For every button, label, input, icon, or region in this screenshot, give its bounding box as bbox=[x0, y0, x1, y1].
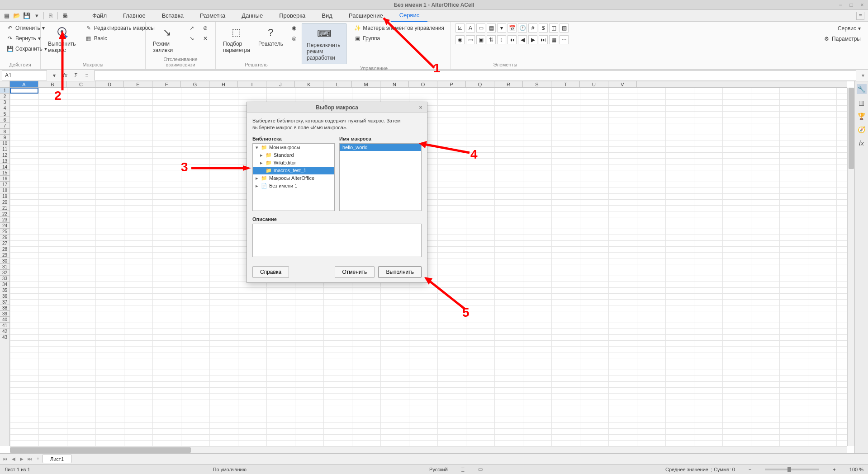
row-header[interactable]: 22 bbox=[0, 211, 9, 217]
col-header[interactable]: M bbox=[352, 81, 380, 87]
col-header[interactable]: P bbox=[437, 81, 466, 87]
label-control-icon[interactable]: ▭ bbox=[476, 23, 485, 33]
controls-wizard-button[interactable]: ✨Мастера элементов управления bbox=[352, 23, 446, 33]
vertical-scrollbar[interactable] bbox=[847, 88, 854, 446]
time-control-icon[interactable]: 🕐 bbox=[518, 23, 527, 33]
scrollbar-control-icon[interactable]: ⫿ bbox=[497, 35, 506, 44]
row-header[interactable]: 2 bbox=[0, 94, 9, 99]
macro-list-item[interactable]: hello_world bbox=[340, 144, 421, 151]
zoom-value[interactable]: 100 % bbox=[849, 467, 863, 472]
open-icon[interactable]: 📂 bbox=[13, 12, 21, 20]
selection-mode-icon[interactable]: ▭ bbox=[478, 466, 483, 472]
nav-prev-icon[interactable]: ◀ bbox=[518, 35, 527, 44]
row-header[interactable]: 12 bbox=[0, 152, 9, 158]
minimize-icon[interactable]: − bbox=[837, 2, 844, 8]
parameters-button[interactable]: ⚙Параметры bbox=[821, 34, 863, 43]
language[interactable]: Русский bbox=[429, 467, 448, 472]
row-header[interactable]: 1 bbox=[0, 88, 9, 94]
zoom-in-icon[interactable]: + bbox=[833, 467, 835, 472]
col-header[interactable]: N bbox=[380, 81, 409, 87]
sheet-tab[interactable]: Лист1 bbox=[43, 455, 71, 463]
button-control-icon[interactable]: ▭ bbox=[466, 35, 475, 44]
currency-control-icon[interactable]: $ bbox=[539, 23, 548, 33]
row-header[interactable]: 27 bbox=[0, 240, 9, 246]
tree-item-macros-test[interactable]: 📁 macros_test_1 bbox=[253, 167, 334, 174]
hamburger-icon[interactable]: ≡ bbox=[856, 12, 864, 20]
chevron-down-icon[interactable]: ▾ bbox=[33, 12, 41, 20]
menu-расширение[interactable]: Расширение bbox=[341, 10, 391, 21]
toggle-design-mode-button[interactable]: ⌨ Переключить режим разработки bbox=[302, 23, 346, 64]
col-header[interactable]: B bbox=[38, 81, 67, 87]
service-menu-button[interactable]: Сервис ▾ bbox=[836, 24, 863, 33]
menu-данные[interactable]: Данные bbox=[233, 10, 271, 21]
tree-item-alteroffice-macros[interactable]: ▸📁 Макросы AlterOffice bbox=[253, 174, 334, 182]
insert-mode-icon[interactable]: ⌶ bbox=[461, 467, 465, 472]
menu-файл[interactable]: Файл bbox=[84, 10, 115, 21]
row-header[interactable]: 23 bbox=[0, 217, 9, 223]
new-doc-icon[interactable]: ▤ bbox=[3, 12, 11, 20]
export-icon[interactable]: ⎘ bbox=[47, 12, 55, 20]
row-header[interactable]: 18 bbox=[0, 188, 9, 193]
run-button[interactable]: Выполнить bbox=[378, 266, 422, 278]
zoom-slider[interactable] bbox=[765, 469, 819, 470]
col-header[interactable]: O bbox=[409, 81, 437, 87]
row-header[interactable]: 39 bbox=[0, 311, 9, 317]
col-header[interactable]: D bbox=[95, 81, 124, 87]
gallery-panel-icon[interactable]: 🏆 bbox=[857, 111, 867, 121]
horizontal-scrollbar[interactable] bbox=[10, 446, 847, 453]
expand-formula-icon[interactable]: ▾ bbox=[858, 72, 868, 79]
numeric-control-icon[interactable]: # bbox=[528, 23, 537, 33]
remove-trace-icon[interactable]: ⊘ bbox=[200, 23, 211, 33]
sum-icon[interactable]: Σ bbox=[71, 70, 81, 80]
date-control-icon[interactable]: 📅 bbox=[508, 23, 517, 33]
row-header[interactable]: 4 bbox=[0, 105, 9, 111]
row-header[interactable]: 9 bbox=[0, 135, 9, 141]
group-controls-button[interactable]: ▣Группа bbox=[352, 34, 446, 43]
row-header[interactable]: 19 bbox=[0, 193, 9, 199]
name-box[interactable]: A1 bbox=[2, 70, 47, 80]
row-header[interactable]: 30 bbox=[0, 258, 9, 264]
col-header[interactable]: V bbox=[608, 81, 637, 87]
col-header[interactable]: J bbox=[266, 81, 295, 87]
combo-control-icon[interactable]: ▾ bbox=[497, 23, 506, 33]
row-header[interactable]: 16 bbox=[0, 176, 9, 182]
row-header[interactable]: 6 bbox=[0, 117, 9, 123]
tree-item-wikieditor[interactable]: ▸📁 WikiEditor bbox=[253, 159, 334, 167]
col-header[interactable]: L bbox=[323, 81, 352, 87]
row-header[interactable]: 17 bbox=[0, 182, 9, 188]
spin-control-icon[interactable]: ⇅ bbox=[487, 35, 496, 44]
run-macro-button[interactable]: Выполнить макрос bbox=[45, 23, 79, 55]
add-sheet-icon[interactable]: + bbox=[34, 455, 42, 463]
col-header[interactable]: E bbox=[124, 81, 152, 87]
form-control-icon[interactable]: ▦ bbox=[549, 35, 558, 44]
col-header[interactable]: H bbox=[209, 81, 238, 87]
save-icon[interactable]: 💾 bbox=[23, 12, 31, 20]
goal-seek-button[interactable]: ⬚ Подбор параметра bbox=[220, 23, 253, 55]
col-header[interactable]: C bbox=[67, 81, 95, 87]
row-header[interactable]: 5 bbox=[0, 111, 9, 117]
name-box-dropdown-icon[interactable]: ▾ bbox=[49, 70, 60, 80]
menu-вид[interactable]: Вид bbox=[313, 10, 341, 21]
menu-проверка[interactable]: Проверка bbox=[271, 10, 313, 21]
library-tree[interactable]: ▾📁 Мои макросы ▸📁 Standard ▸📁 WikiEditor… bbox=[252, 143, 335, 211]
mark-invalid-icon[interactable]: ✕ bbox=[200, 34, 211, 43]
menu-главное[interactable]: Главное bbox=[115, 10, 154, 21]
groupbox-control-icon[interactable]: ▣ bbox=[476, 35, 485, 44]
scrollbar-thumb[interactable] bbox=[849, 88, 854, 169]
col-header[interactable]: A bbox=[10, 81, 38, 87]
dialog-title-bar[interactable]: Выбор макроса × bbox=[247, 102, 427, 113]
col-header[interactable]: G bbox=[181, 81, 209, 87]
function-wizard-icon[interactable]: fx bbox=[60, 70, 71, 80]
menu-сервис[interactable]: Сервис bbox=[391, 9, 428, 22]
row-header[interactable]: 13 bbox=[0, 158, 9, 164]
scrollbar-thumb[interactable] bbox=[10, 447, 191, 453]
row-header[interactable]: 15 bbox=[0, 170, 9, 176]
col-header[interactable]: U bbox=[580, 81, 608, 87]
trace-dependents-icon[interactable]: ↘ bbox=[186, 34, 197, 43]
image-control-icon[interactable]: ▧ bbox=[560, 23, 569, 33]
formula-input[interactable] bbox=[94, 70, 856, 80]
textbox-control-icon[interactable]: A bbox=[466, 23, 475, 33]
row-header[interactable]: 28 bbox=[0, 246, 9, 252]
styles-panel-icon[interactable]: ▥ bbox=[857, 98, 867, 108]
solver-button[interactable]: ? Решатель bbox=[256, 23, 286, 49]
